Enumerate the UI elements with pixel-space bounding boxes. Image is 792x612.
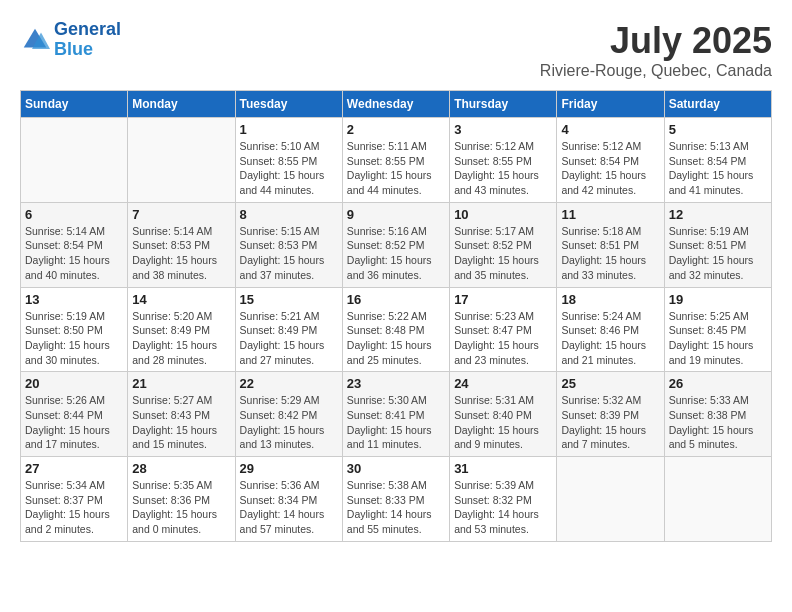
day-info: Sunrise: 5:13 AM Sunset: 8:54 PM Dayligh… [669,139,767,198]
day-number: 14 [132,292,230,307]
day-number: 1 [240,122,338,137]
day-info: Sunrise: 5:15 AM Sunset: 8:53 PM Dayligh… [240,224,338,283]
calendar-cell: 23Sunrise: 5:30 AM Sunset: 8:41 PM Dayli… [342,372,449,457]
day-number: 30 [347,461,445,476]
day-number: 31 [454,461,552,476]
day-number: 9 [347,207,445,222]
day-number: 15 [240,292,338,307]
calendar-cell: 6Sunrise: 5:14 AM Sunset: 8:54 PM Daylig… [21,202,128,287]
day-info: Sunrise: 5:20 AM Sunset: 8:49 PM Dayligh… [132,309,230,368]
calendar-cell: 9Sunrise: 5:16 AM Sunset: 8:52 PM Daylig… [342,202,449,287]
day-info: Sunrise: 5:27 AM Sunset: 8:43 PM Dayligh… [132,393,230,452]
day-info: Sunrise: 5:19 AM Sunset: 8:50 PM Dayligh… [25,309,123,368]
day-number: 19 [669,292,767,307]
day-number: 28 [132,461,230,476]
day-info: Sunrise: 5:10 AM Sunset: 8:55 PM Dayligh… [240,139,338,198]
weekday-header: Wednesday [342,91,449,118]
day-info: Sunrise: 5:14 AM Sunset: 8:54 PM Dayligh… [25,224,123,283]
calendar-cell: 26Sunrise: 5:33 AM Sunset: 8:38 PM Dayli… [664,372,771,457]
day-info: Sunrise: 5:16 AM Sunset: 8:52 PM Dayligh… [347,224,445,283]
calendar-cell [664,457,771,542]
day-info: Sunrise: 5:32 AM Sunset: 8:39 PM Dayligh… [561,393,659,452]
day-info: Sunrise: 5:30 AM Sunset: 8:41 PM Dayligh… [347,393,445,452]
day-info: Sunrise: 5:18 AM Sunset: 8:51 PM Dayligh… [561,224,659,283]
calendar-cell [128,118,235,203]
day-number: 26 [669,376,767,391]
calendar-cell: 1Sunrise: 5:10 AM Sunset: 8:55 PM Daylig… [235,118,342,203]
day-number: 10 [454,207,552,222]
weekday-header: Sunday [21,91,128,118]
weekday-header: Saturday [664,91,771,118]
day-info: Sunrise: 5:24 AM Sunset: 8:46 PM Dayligh… [561,309,659,368]
calendar-cell: 7Sunrise: 5:14 AM Sunset: 8:53 PM Daylig… [128,202,235,287]
day-number: 24 [454,376,552,391]
calendar-cell: 2Sunrise: 5:11 AM Sunset: 8:55 PM Daylig… [342,118,449,203]
day-info: Sunrise: 5:29 AM Sunset: 8:42 PM Dayligh… [240,393,338,452]
day-number: 27 [25,461,123,476]
day-info: Sunrise: 5:12 AM Sunset: 8:54 PM Dayligh… [561,139,659,198]
day-number: 11 [561,207,659,222]
day-info: Sunrise: 5:17 AM Sunset: 8:52 PM Dayligh… [454,224,552,283]
weekday-header: Tuesday [235,91,342,118]
calendar-cell: 14Sunrise: 5:20 AM Sunset: 8:49 PM Dayli… [128,287,235,372]
calendar-cell: 11Sunrise: 5:18 AM Sunset: 8:51 PM Dayli… [557,202,664,287]
day-info: Sunrise: 5:23 AM Sunset: 8:47 PM Dayligh… [454,309,552,368]
day-number: 16 [347,292,445,307]
day-number: 6 [25,207,123,222]
calendar-cell: 5Sunrise: 5:13 AM Sunset: 8:54 PM Daylig… [664,118,771,203]
calendar-cell: 10Sunrise: 5:17 AM Sunset: 8:52 PM Dayli… [450,202,557,287]
calendar-cell: 8Sunrise: 5:15 AM Sunset: 8:53 PM Daylig… [235,202,342,287]
day-info: Sunrise: 5:39 AM Sunset: 8:32 PM Dayligh… [454,478,552,537]
day-info: Sunrise: 5:34 AM Sunset: 8:37 PM Dayligh… [25,478,123,537]
calendar-cell: 3Sunrise: 5:12 AM Sunset: 8:55 PM Daylig… [450,118,557,203]
day-info: Sunrise: 5:36 AM Sunset: 8:34 PM Dayligh… [240,478,338,537]
day-info: Sunrise: 5:22 AM Sunset: 8:48 PM Dayligh… [347,309,445,368]
calendar-cell: 4Sunrise: 5:12 AM Sunset: 8:54 PM Daylig… [557,118,664,203]
calendar-cell [21,118,128,203]
day-info: Sunrise: 5:25 AM Sunset: 8:45 PM Dayligh… [669,309,767,368]
day-number: 20 [25,376,123,391]
day-info: Sunrise: 5:14 AM Sunset: 8:53 PM Dayligh… [132,224,230,283]
day-number: 7 [132,207,230,222]
day-number: 29 [240,461,338,476]
calendar-table: SundayMondayTuesdayWednesdayThursdayFrid… [20,90,772,542]
day-number: 3 [454,122,552,137]
month-title: July 2025 [540,20,772,62]
logo-text: General Blue [54,20,121,60]
calendar-cell: 24Sunrise: 5:31 AM Sunset: 8:40 PM Dayli… [450,372,557,457]
day-info: Sunrise: 5:11 AM Sunset: 8:55 PM Dayligh… [347,139,445,198]
calendar-cell: 19Sunrise: 5:25 AM Sunset: 8:45 PM Dayli… [664,287,771,372]
calendar-cell: 22Sunrise: 5:29 AM Sunset: 8:42 PM Dayli… [235,372,342,457]
page-header: General Blue July 2025 Riviere-Rouge, Qu… [20,20,772,80]
day-info: Sunrise: 5:38 AM Sunset: 8:33 PM Dayligh… [347,478,445,537]
title-section: July 2025 Riviere-Rouge, Quebec, Canada [540,20,772,80]
day-number: 23 [347,376,445,391]
location: Riviere-Rouge, Quebec, Canada [540,62,772,80]
day-info: Sunrise: 5:12 AM Sunset: 8:55 PM Dayligh… [454,139,552,198]
day-number: 21 [132,376,230,391]
calendar-cell [557,457,664,542]
day-number: 18 [561,292,659,307]
day-info: Sunrise: 5:21 AM Sunset: 8:49 PM Dayligh… [240,309,338,368]
calendar-cell: 18Sunrise: 5:24 AM Sunset: 8:46 PM Dayli… [557,287,664,372]
calendar-cell: 16Sunrise: 5:22 AM Sunset: 8:48 PM Dayli… [342,287,449,372]
day-number: 8 [240,207,338,222]
day-number: 25 [561,376,659,391]
weekday-header: Friday [557,91,664,118]
calendar-cell: 17Sunrise: 5:23 AM Sunset: 8:47 PM Dayli… [450,287,557,372]
day-number: 5 [669,122,767,137]
day-info: Sunrise: 5:35 AM Sunset: 8:36 PM Dayligh… [132,478,230,537]
day-number: 12 [669,207,767,222]
calendar-cell: 25Sunrise: 5:32 AM Sunset: 8:39 PM Dayli… [557,372,664,457]
calendar-cell: 13Sunrise: 5:19 AM Sunset: 8:50 PM Dayli… [21,287,128,372]
calendar-cell: 29Sunrise: 5:36 AM Sunset: 8:34 PM Dayli… [235,457,342,542]
day-number: 17 [454,292,552,307]
logo-icon [20,25,50,55]
day-number: 4 [561,122,659,137]
calendar-cell: 21Sunrise: 5:27 AM Sunset: 8:43 PM Dayli… [128,372,235,457]
calendar-cell: 31Sunrise: 5:39 AM Sunset: 8:32 PM Dayli… [450,457,557,542]
day-number: 22 [240,376,338,391]
calendar-cell: 27Sunrise: 5:34 AM Sunset: 8:37 PM Dayli… [21,457,128,542]
logo: General Blue [20,20,121,60]
weekday-header: Monday [128,91,235,118]
